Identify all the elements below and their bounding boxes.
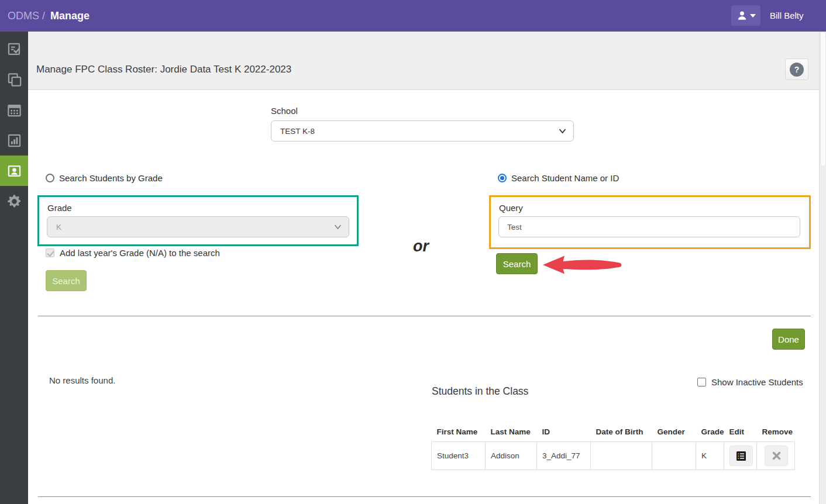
query-label: Query xyxy=(499,203,523,213)
school-select-value: TEST K-8 xyxy=(280,127,315,136)
table-row: Student3 Addison 3_Addi_77 K xyxy=(432,442,795,470)
query-highlight-annotation: Query xyxy=(489,195,811,249)
bottom-divider xyxy=(38,496,811,497)
grade-radio[interactable] xyxy=(46,174,54,182)
grade-select[interactable]: K xyxy=(47,216,349,237)
last-year-grade-row: Add last year's Grade (N/A) to the searc… xyxy=(46,248,220,258)
last-year-grade-checkbox[interactable] xyxy=(46,248,54,257)
cell-dob xyxy=(591,442,652,470)
grade-label: Grade xyxy=(47,203,72,213)
cell-first-name: Student3 xyxy=(432,442,486,470)
list-edit-icon xyxy=(736,451,746,461)
main-content: School TEST K-8 Search Students by Grade… xyxy=(28,90,819,504)
chevron-down-icon xyxy=(334,224,342,230)
breadcrumb-app-link[interactable]: ODMS / xyxy=(8,10,45,22)
grade-search-button[interactable]: Search xyxy=(46,270,87,291)
col-first-name: First Name xyxy=(432,422,486,442)
sidebar-item-reports[interactable] xyxy=(0,125,28,156)
arrow-annotation xyxy=(542,255,625,276)
breadcrumb-current-page: Manage xyxy=(50,10,90,22)
school-label: School xyxy=(271,106,298,116)
cell-grade: K xyxy=(696,442,724,470)
students-table: First Name Last Name ID Date of Birth Ge… xyxy=(431,422,795,470)
school-select[interactable]: TEST K-8 xyxy=(271,120,574,141)
done-button[interactable]: Done xyxy=(772,329,805,350)
col-gender: Gender xyxy=(652,422,696,442)
class-heading: Students in the Class xyxy=(432,385,528,398)
scrollbar-thumb[interactable] xyxy=(820,32,826,167)
gear-icon xyxy=(6,194,22,209)
cell-id: 3_Addi_77 xyxy=(537,442,591,470)
or-text: or xyxy=(413,237,429,256)
cell-gender xyxy=(652,442,696,470)
show-inactive-label: Show Inactive Students xyxy=(711,377,803,387)
col-edit: Edit xyxy=(724,422,757,442)
user-menu-button[interactable] xyxy=(731,5,760,26)
query-radio[interactable] xyxy=(498,174,507,182)
help-button[interactable]: ? xyxy=(785,58,808,80)
clipboard-check-icon xyxy=(6,42,22,57)
remove-button[interactable] xyxy=(765,446,788,466)
sidebar-item-layers[interactable] xyxy=(0,64,28,95)
edit-button[interactable] xyxy=(729,446,753,466)
bar-chart-icon xyxy=(6,133,22,149)
col-id: ID xyxy=(537,422,591,442)
sidebar-item-roster[interactable] xyxy=(0,156,28,186)
x-icon xyxy=(772,451,781,460)
grade-select-value: K xyxy=(56,223,61,232)
scrollbar-track xyxy=(819,32,826,504)
page-title: Manage FPC Class Roster: Jordie Data Tes… xyxy=(36,64,291,75)
query-search-button[interactable]: Search xyxy=(496,253,538,274)
sidebar-item-clipboard[interactable] xyxy=(0,34,28,64)
question-icon: ? xyxy=(790,63,804,77)
contact-card-icon xyxy=(6,163,22,179)
breadcrumb: ODMS / Manage xyxy=(8,0,90,32)
calendar-icon xyxy=(6,102,22,118)
last-year-grade-label: Add last year's Grade (N/A) to the searc… xyxy=(60,248,220,258)
grade-radio-label: Search Students by Grade xyxy=(59,173,163,183)
top-bar: ODMS / Manage Bill Belty xyxy=(0,0,826,32)
section-divider xyxy=(38,316,811,316)
chevron-down-icon xyxy=(559,128,566,134)
grade-highlight-annotation: Grade K xyxy=(37,195,359,246)
user-name: Bill Belty xyxy=(770,0,804,32)
col-dob: Date of Birth xyxy=(591,422,652,442)
sidebar-item-settings[interactable] xyxy=(0,186,28,216)
layers-icon xyxy=(6,72,22,88)
caret-down-icon xyxy=(750,14,756,18)
col-last-name: Last Name xyxy=(486,422,537,442)
col-grade: Grade xyxy=(696,422,724,442)
query-radio-row: Search Student Name or ID xyxy=(498,173,619,183)
grade-radio-row: Search Students by Grade xyxy=(46,173,163,183)
page-header: Manage FPC Class Roster: Jordie Data Tes… xyxy=(28,32,819,90)
show-inactive-checkbox[interactable] xyxy=(697,378,706,386)
query-radio-label: Search Student Name or ID xyxy=(511,173,619,183)
sidebar xyxy=(0,32,28,504)
col-remove: Remove xyxy=(757,422,795,442)
table-header-row: First Name Last Name ID Date of Birth Ge… xyxy=(432,422,795,442)
no-results-text: No results found. xyxy=(49,375,115,385)
sidebar-item-calendar[interactable] xyxy=(0,95,28,125)
show-inactive-row: Show Inactive Students xyxy=(697,377,803,387)
query-input[interactable] xyxy=(498,216,800,237)
user-icon xyxy=(736,10,748,21)
cell-last-name: Addison xyxy=(486,442,537,470)
